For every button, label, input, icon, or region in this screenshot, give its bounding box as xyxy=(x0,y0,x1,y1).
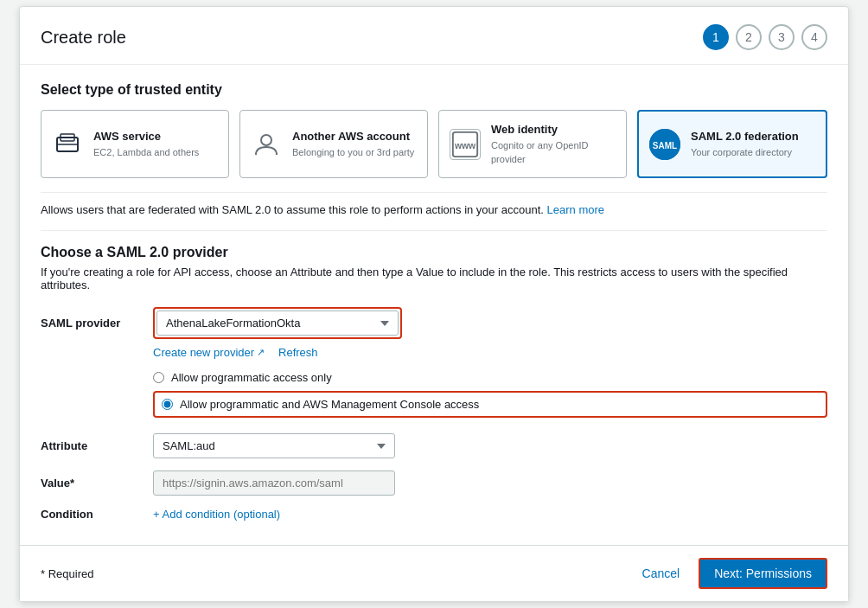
step-1: 1 xyxy=(703,24,729,50)
attribute-row: Attribute SAML:aud xyxy=(41,433,827,458)
saml-provider-row: SAML provider AthenaLakeFormationOkta xyxy=(41,307,827,339)
modal-header: Create role 1 2 3 4 xyxy=(20,7,848,65)
add-condition-link[interactable]: + Add condition (optional) xyxy=(153,508,280,521)
saml-provider-select[interactable]: AthenaLakeFormationOkta xyxy=(156,310,399,336)
cancel-button[interactable]: Cancel xyxy=(634,561,689,586)
entity-cards-container: AWS service EC2, Lambda and others Anoth… xyxy=(41,110,827,178)
account-icon xyxy=(251,129,282,160)
info-text: Allows users that are federated with SAM… xyxy=(41,203,544,216)
section1-title: Select type of trusted entity xyxy=(41,82,827,98)
section2-desc: If you're creating a role for API access… xyxy=(41,266,827,291)
provider-select-wrapper: AthenaLakeFormationOkta xyxy=(153,307,402,339)
saml-text: SAML 2.0 federation Your corporate direc… xyxy=(691,130,799,158)
radio-programmatic-only-input[interactable] xyxy=(153,372,164,383)
saml-label: SAML 2.0 federation xyxy=(691,130,799,143)
another-account-desc: Belonging to you or 3rd party xyxy=(292,147,414,157)
web-identity-desc: Cognito or any OpenID provider xyxy=(491,140,589,164)
radio-programmatic-console-label[interactable]: Allow programmatic and AWS Management Co… xyxy=(180,398,479,411)
svg-text:www: www xyxy=(454,140,476,150)
learn-more-link[interactable]: Learn more xyxy=(547,203,604,216)
condition-row: Condition + Add condition (optional) xyxy=(41,508,827,521)
aws-service-icon xyxy=(52,129,83,160)
radio-group: Allow programmatic access only Allow pro… xyxy=(153,371,827,418)
radio-programmatic-only-label[interactable]: Allow programmatic access only xyxy=(171,371,332,384)
create-new-provider-link[interactable]: Create new provider ↗ xyxy=(153,346,265,359)
step-3: 3 xyxy=(769,24,795,50)
entity-card-web-identity[interactable]: www Web identity Cognito or any OpenID p… xyxy=(438,110,627,178)
modal-title: Create role xyxy=(41,28,126,48)
svg-point-3 xyxy=(261,135,271,145)
svg-text:SAML: SAML xyxy=(653,141,677,150)
modal-body: Select type of trusted entity AWS servic… xyxy=(20,65,848,545)
step-indicators: 1 2 3 4 xyxy=(703,24,827,50)
saml-desc: Your corporate directory xyxy=(691,147,792,157)
modal-footer: * Required Cancel Next: Permissions xyxy=(20,545,848,601)
value-row: Value* xyxy=(41,470,827,496)
step-4: 4 xyxy=(801,24,827,50)
refresh-link[interactable]: Refresh xyxy=(278,346,318,359)
aws-service-desc: EC2, Lambda and others xyxy=(93,147,199,157)
footer-actions: Cancel Next: Permissions xyxy=(634,558,827,589)
another-account-label: Another AWS account xyxy=(292,130,414,143)
attribute-label: Attribute xyxy=(41,439,153,452)
info-bar: Allows users that are federated with SAM… xyxy=(41,192,827,216)
external-link-icon: ↗ xyxy=(257,347,265,358)
aws-service-label: AWS service xyxy=(93,130,199,143)
value-input[interactable] xyxy=(153,470,395,496)
value-label: Value* xyxy=(41,477,153,490)
required-note: * Required xyxy=(41,567,93,580)
entity-card-saml[interactable]: SAML SAML 2.0 federation Your corporate … xyxy=(637,110,827,178)
entity-card-aws-service[interactable]: AWS service EC2, Lambda and others xyxy=(41,110,229,178)
next-permissions-button[interactable]: Next: Permissions xyxy=(699,558,827,589)
saml-icon: SAML xyxy=(649,129,680,160)
attribute-select[interactable]: SAML:aud xyxy=(153,433,395,458)
create-role-modal: Create role 1 2 3 4 Select type of trust… xyxy=(19,6,849,602)
step-2: 2 xyxy=(736,24,762,50)
create-new-provider-label: Create new provider xyxy=(153,346,254,359)
another-account-text: Another AWS account Belonging to you or … xyxy=(292,130,414,158)
web-identity-icon: www xyxy=(450,129,481,160)
entity-card-another-account[interactable]: Another AWS account Belonging to you or … xyxy=(239,110,428,178)
form-actions: Create new provider ↗ Refresh xyxy=(153,346,827,359)
condition-label: Condition xyxy=(41,508,153,521)
radio-programmatic-console: Allow programmatic and AWS Management Co… xyxy=(153,391,827,418)
saml-provider-label: SAML provider xyxy=(41,317,153,330)
web-identity-text: Web identity Cognito or any OpenID provi… xyxy=(491,123,616,165)
section2-title: Choose a SAML 2.0 provider xyxy=(41,245,827,260)
section-divider xyxy=(41,230,827,231)
web-identity-label: Web identity xyxy=(491,123,616,136)
aws-service-text: AWS service EC2, Lambda and others xyxy=(93,130,199,158)
radio-programmatic-console-input[interactable] xyxy=(162,399,173,410)
radio-programmatic-only: Allow programmatic access only xyxy=(153,371,827,384)
